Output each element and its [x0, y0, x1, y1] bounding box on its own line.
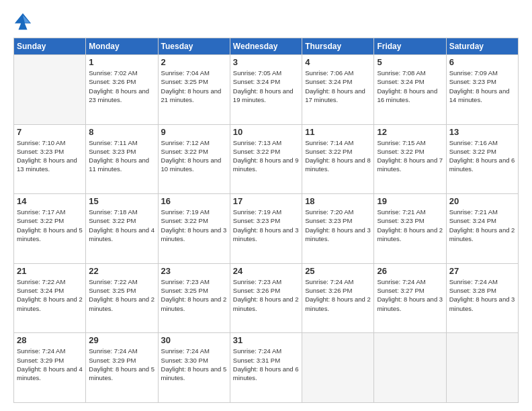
day-number: 25 [305, 266, 371, 276]
calendar-cell: 9 Sunrise: 7:12 AMSunset: 3:22 PMDayligh… [158, 124, 230, 194]
day-info: Sunrise: 7:23 AMSunset: 3:26 PMDaylight:… [233, 277, 299, 313]
day-info: Sunrise: 7:24 AMSunset: 3:30 PMDaylight:… [161, 347, 227, 382]
weekday-header-thursday: Thursday [302, 38, 374, 55]
day-number: 17 [233, 196, 299, 206]
calendar-cell: 5 Sunrise: 7:08 AMSunset: 3:24 PMDayligh… [374, 55, 446, 125]
calendar-cell: 13 Sunrise: 7:16 AMSunset: 3:22 PMDaylig… [446, 124, 518, 194]
day-number: 31 [233, 335, 299, 345]
day-info: Sunrise: 7:22 AMSunset: 3:24 PMDaylight:… [17, 277, 83, 313]
calendar-cell [374, 333, 446, 403]
day-info: Sunrise: 7:16 AMSunset: 3:22 PMDaylight:… [449, 138, 515, 174]
day-info: Sunrise: 7:19 AMSunset: 3:23 PMDaylight:… [233, 208, 299, 243]
day-info: Sunrise: 7:14 AMSunset: 3:22 PMDaylight:… [305, 138, 371, 174]
page: SundayMondayTuesdayWednesdayThursdayFrid… [0, 0, 532, 411]
calendar-cell: 28 Sunrise: 7:24 AMSunset: 3:29 PMDaylig… [14, 333, 86, 403]
day-info: Sunrise: 7:06 AMSunset: 3:24 PMDaylight:… [305, 68, 371, 104]
day-number: 12 [377, 127, 443, 137]
calendar-cell: 3 Sunrise: 7:05 AMSunset: 3:24 PMDayligh… [230, 55, 302, 125]
weekday-header-tuesday: Tuesday [158, 38, 230, 55]
calendar-cell: 8 Sunrise: 7:11 AMSunset: 3:23 PMDayligh… [86, 124, 158, 194]
day-number: 9 [161, 127, 227, 137]
calendar-cell: 14 Sunrise: 7:17 AMSunset: 3:22 PMDaylig… [14, 194, 86, 264]
calendar-cell: 27 Sunrise: 7:24 AMSunset: 3:28 PMDaylig… [446, 263, 518, 333]
day-number: 13 [449, 127, 515, 137]
calendar-cell: 26 Sunrise: 7:24 AMSunset: 3:27 PMDaylig… [374, 263, 446, 333]
calendar-cell: 2 Sunrise: 7:04 AMSunset: 3:25 PMDayligh… [158, 55, 230, 125]
day-number: 1 [89, 57, 154, 67]
day-info: Sunrise: 7:24 AMSunset: 3:31 PMDaylight:… [233, 347, 299, 382]
day-number: 5 [377, 57, 443, 67]
day-number: 19 [377, 196, 443, 206]
day-info: Sunrise: 7:24 AMSunset: 3:29 PMDaylight:… [89, 347, 154, 382]
day-number: 29 [89, 335, 154, 345]
weekday-header-monday: Monday [86, 38, 158, 55]
calendar-week-2: 7 Sunrise: 7:10 AMSunset: 3:23 PMDayligh… [14, 124, 519, 194]
day-info: Sunrise: 7:13 AMSunset: 3:22 PMDaylight:… [233, 138, 299, 174]
day-number: 11 [305, 127, 371, 137]
day-info: Sunrise: 7:15 AMSunset: 3:22 PMDaylight:… [377, 138, 443, 174]
calendar-cell: 10 Sunrise: 7:13 AMSunset: 3:22 PMDaylig… [230, 124, 302, 194]
calendar-cell: 6 Sunrise: 7:09 AMSunset: 3:23 PMDayligh… [446, 55, 518, 125]
day-info: Sunrise: 7:04 AMSunset: 3:25 PMDaylight:… [161, 68, 227, 104]
calendar-cell: 1 Sunrise: 7:02 AMSunset: 3:26 PMDayligh… [86, 55, 158, 125]
calendar-table: SundayMondayTuesdayWednesdayThursdayFrid… [13, 38, 519, 403]
day-number: 20 [449, 196, 515, 206]
calendar-cell: 29 Sunrise: 7:24 AMSunset: 3:29 PMDaylig… [86, 333, 158, 403]
day-number: 4 [305, 57, 371, 67]
day-info: Sunrise: 7:19 AMSunset: 3:22 PMDaylight:… [161, 208, 227, 243]
day-info: Sunrise: 7:24 AMSunset: 3:28 PMDaylight:… [449, 277, 515, 313]
day-info: Sunrise: 7:21 AMSunset: 3:23 PMDaylight:… [377, 208, 443, 243]
calendar-cell: 11 Sunrise: 7:14 AMSunset: 3:22 PMDaylig… [302, 124, 374, 194]
day-info: Sunrise: 7:23 AMSunset: 3:25 PMDaylight:… [161, 277, 227, 313]
calendar-cell: 30 Sunrise: 7:24 AMSunset: 3:30 PMDaylig… [158, 333, 230, 403]
day-info: Sunrise: 7:02 AMSunset: 3:26 PMDaylight:… [89, 68, 154, 104]
calendar-cell: 17 Sunrise: 7:19 AMSunset: 3:23 PMDaylig… [230, 194, 302, 264]
day-number: 15 [89, 196, 154, 206]
calendar-cell: 15 Sunrise: 7:18 AMSunset: 3:22 PMDaylig… [86, 194, 158, 264]
day-number: 3 [233, 57, 299, 67]
day-number: 22 [89, 266, 154, 276]
day-info: Sunrise: 7:18 AMSunset: 3:22 PMDaylight:… [89, 208, 154, 243]
day-number: 30 [161, 335, 227, 345]
calendar-cell: 4 Sunrise: 7:06 AMSunset: 3:24 PMDayligh… [302, 55, 374, 125]
calendar-cell: 22 Sunrise: 7:22 AMSunset: 3:25 PMDaylig… [86, 263, 158, 333]
calendar-week-4: 21 Sunrise: 7:22 AMSunset: 3:24 PMDaylig… [14, 263, 519, 333]
day-number: 28 [17, 335, 83, 345]
header [13, 12, 519, 31]
day-number: 27 [449, 266, 515, 276]
day-number: 14 [17, 196, 83, 206]
weekday-header-row: SundayMondayTuesdayWednesdayThursdayFrid… [14, 38, 519, 55]
logo [13, 12, 35, 31]
calendar-cell: 18 Sunrise: 7:20 AMSunset: 3:23 PMDaylig… [302, 194, 374, 264]
calendar-cell: 19 Sunrise: 7:21 AMSunset: 3:23 PMDaylig… [374, 194, 446, 264]
day-info: Sunrise: 7:21 AMSunset: 3:24 PMDaylight:… [449, 208, 515, 243]
calendar-week-5: 28 Sunrise: 7:24 AMSunset: 3:29 PMDaylig… [14, 333, 519, 403]
calendar-cell: 23 Sunrise: 7:23 AMSunset: 3:25 PMDaylig… [158, 263, 230, 333]
calendar-cell: 21 Sunrise: 7:22 AMSunset: 3:24 PMDaylig… [14, 263, 86, 333]
day-number: 7 [17, 127, 83, 137]
day-number: 2 [161, 57, 227, 67]
day-info: Sunrise: 7:24 AMSunset: 3:27 PMDaylight:… [377, 277, 443, 313]
day-info: Sunrise: 7:08 AMSunset: 3:24 PMDaylight:… [377, 68, 443, 104]
calendar-cell: 24 Sunrise: 7:23 AMSunset: 3:26 PMDaylig… [230, 263, 302, 333]
logo-icon [13, 12, 32, 31]
weekday-header-sunday: Sunday [14, 38, 86, 55]
day-info: Sunrise: 7:20 AMSunset: 3:23 PMDaylight:… [305, 208, 371, 243]
calendar-week-1: 1 Sunrise: 7:02 AMSunset: 3:26 PMDayligh… [14, 55, 519, 125]
day-number: 26 [377, 266, 443, 276]
day-number: 23 [161, 266, 227, 276]
calendar-cell: 31 Sunrise: 7:24 AMSunset: 3:31 PMDaylig… [230, 333, 302, 403]
day-number: 10 [233, 127, 299, 137]
weekday-header-friday: Friday [374, 38, 446, 55]
day-info: Sunrise: 7:05 AMSunset: 3:24 PMDaylight:… [233, 68, 299, 104]
day-number: 6 [449, 57, 515, 67]
day-info: Sunrise: 7:22 AMSunset: 3:25 PMDaylight:… [89, 277, 154, 313]
weekday-header-saturday: Saturday [446, 38, 518, 55]
calendar-cell: 7 Sunrise: 7:10 AMSunset: 3:23 PMDayligh… [14, 124, 86, 194]
calendar-cell: 16 Sunrise: 7:19 AMSunset: 3:22 PMDaylig… [158, 194, 230, 264]
day-info: Sunrise: 7:24 AMSunset: 3:26 PMDaylight:… [305, 277, 371, 313]
calendar-cell [302, 333, 374, 403]
day-number: 18 [305, 196, 371, 206]
day-number: 24 [233, 266, 299, 276]
day-number: 8 [89, 127, 154, 137]
